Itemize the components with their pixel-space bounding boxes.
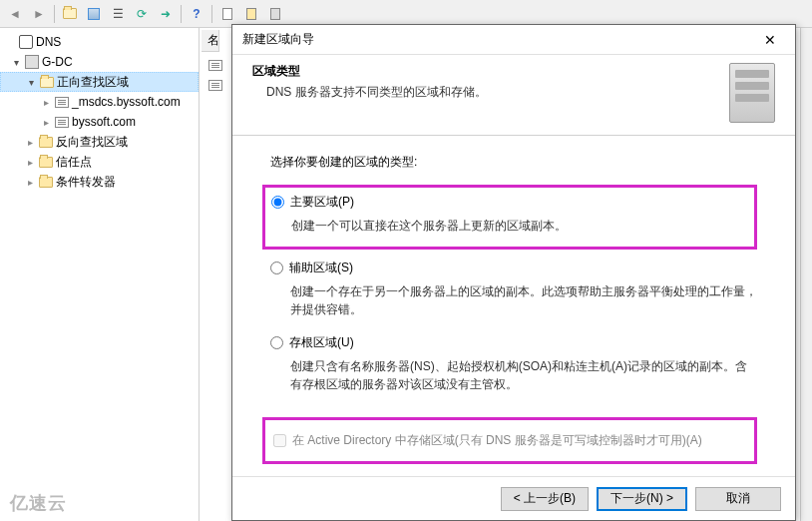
tree-node-trust[interactable]: 信任点 (0, 152, 199, 172)
tool-button-2[interactable] (240, 3, 262, 25)
zone-icon (55, 97, 69, 108)
new-zone-wizard-dialog: 新建区域向导 ✕ 区域类型 DNS 服务器支持不同类型的区域和存储。 选择你要创… (231, 24, 796, 521)
dns-icon (19, 35, 33, 49)
zone-icon (208, 80, 222, 91)
dialog-header: 区域类型 DNS 服务器支持不同类型的区域和存储。 (232, 55, 795, 136)
tree-node-reverse-zones[interactable]: 反向查找区域 (0, 132, 199, 152)
checkbox-ad-store: 在 Active Directory 中存储区域(只有 DNS 服务器是可写域控… (273, 432, 746, 449)
up-button[interactable] (59, 3, 81, 25)
tree-node-server[interactable]: G-DC (0, 52, 199, 72)
tree-node-conditional-forwarders[interactable]: 条件转发器 (0, 172, 199, 192)
folder-icon (39, 157, 53, 168)
help-button[interactable]: ? (186, 3, 207, 25)
forward-button[interactable]: ► (28, 3, 50, 25)
radio-primary-input[interactable] (271, 196, 284, 209)
dialog-footer: < 上一步(B) 下一步(N) > 取消 (232, 476, 795, 520)
folder-icon (39, 177, 53, 188)
right-pane-edge (800, 28, 812, 521)
dialog-title: 新建区域向导 (242, 31, 755, 48)
server-icon (25, 55, 39, 69)
highlight-ad-checkbox: 在 Active Directory 中存储区域(只有 DNS 服务器是可写域控… (262, 417, 757, 464)
tree-node-zone2[interactable]: byssoft.com (0, 112, 199, 132)
tree-label: 信任点 (56, 154, 92, 171)
column-header[interactable]: 名 (202, 30, 219, 52)
zone-icon (55, 117, 69, 128)
checkbox-ad-input (273, 434, 286, 447)
radio-desc: 创建一个可以直接在这个服务器上更新的区域副本。 (271, 217, 748, 235)
tree-label: DNS (36, 35, 61, 49)
radio-label: 辅助区域(S) (289, 260, 353, 276)
folder-icon (40, 77, 54, 88)
tree-panel: DNS G-DC 正向查找区域 _msdcs.byssoft.com bysso… (0, 28, 200, 521)
radio-primary-zone[interactable]: 主要区域(P) (271, 194, 748, 211)
next-button[interactable]: 下一步(N) > (597, 487, 687, 511)
prompt-text: 选择你要创建的区域的类型: (270, 154, 757, 171)
watermark: 亿速云 (10, 491, 67, 515)
tree-label: G-DC (42, 55, 73, 69)
back-button[interactable]: ◄ (4, 3, 26, 25)
tree-node-zone1[interactable]: _msdcs.byssoft.com (0, 92, 199, 112)
radio-desc: 创建一个存在于另一个服务器上的区域的副本。此选项帮助主服务器平衡处理的工作量，并… (270, 282, 757, 318)
tool-button-1[interactable] (216, 3, 238, 25)
back-button[interactable]: < 上一步(B) (501, 487, 589, 511)
cancel-button[interactable]: 取消 (695, 487, 781, 511)
dialog-body: 选择你要创建的区域的类型: 主要区域(P) 创建一个可以直接在这个服务器上更新的… (232, 136, 795, 474)
dialog-titlebar: 新建区域向导 ✕ (232, 25, 795, 55)
refresh-button[interactable]: ⟳ (131, 3, 153, 25)
tool-button-3[interactable] (264, 3, 286, 25)
radio-desc: 创建只含有名称服务器(NS)、起始授权机构(SOA)和粘连主机(A)记录的区域的… (270, 357, 757, 393)
props-button[interactable]: ☰ (107, 3, 129, 25)
radio-secondary-zone[interactable]: 辅助区域(S) (270, 260, 757, 276)
close-button[interactable]: ✕ (755, 26, 785, 54)
highlight-primary-zone: 主要区域(P) 创建一个可以直接在这个服务器上更新的区域副本。 (262, 185, 757, 250)
tree-label: 反向查找区域 (56, 134, 128, 151)
tree-label: 正向查找区域 (57, 74, 129, 91)
zone-icon (208, 60, 222, 71)
tree-label: byssoft.com (72, 115, 136, 129)
export-button[interactable]: ➜ (155, 3, 177, 25)
radio-stub-input[interactable] (270, 336, 283, 349)
server-graphic-icon (729, 63, 775, 123)
header-subtitle: DNS 服务器支持不同类型的区域和存储。 (252, 84, 729, 101)
tree-label: 条件转发器 (56, 174, 116, 191)
tree-node-forward-zones[interactable]: 正向查找区域 (0, 72, 199, 92)
header-title: 区域类型 (252, 63, 729, 80)
checkbox-label: 在 Active Directory 中存储区域(只有 DNS 服务器是可写域控… (292, 432, 702, 449)
column-label: 名 (207, 32, 219, 49)
tree-node-root[interactable]: DNS (0, 32, 199, 52)
radio-secondary-input[interactable] (270, 261, 283, 274)
folder-icon (39, 137, 53, 148)
radio-label: 主要区域(P) (290, 194, 354, 211)
grid-button[interactable] (83, 3, 105, 25)
tree-label: _msdcs.byssoft.com (72, 95, 181, 109)
radio-label: 存根区域(U) (289, 334, 354, 351)
radio-stub-zone[interactable]: 存根区域(U) (270, 334, 757, 351)
